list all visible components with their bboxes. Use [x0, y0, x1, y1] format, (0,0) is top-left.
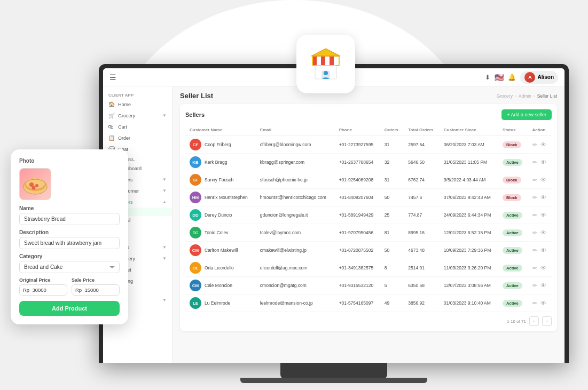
user-name: Alison — [537, 74, 554, 80]
flag-icon[interactable]: 🇺🇸 — [495, 73, 504, 82]
col-total: Total Orders — [404, 124, 440, 136]
cell-email: hmountst@henricottchicago.com — [256, 189, 335, 206]
original-price-input[interactable] — [19, 284, 67, 296]
edit-icon[interactable]: ✏ — [532, 282, 537, 289]
cell-status: Active — [498, 224, 528, 242]
main-area: Client App 🏠 Home 🛒 Grocery ▼ 🛍 Cart — [103, 86, 565, 363]
cell-phone: +01-9315532120 — [335, 277, 380, 295]
status-badge: Active — [503, 265, 522, 272]
table-row: DD Darey Duncio gduncion@longregale.it +… — [185, 206, 552, 224]
customer-name: Sunny Fousch — [205, 177, 233, 182]
customer-name: Tonio Colev — [205, 230, 228, 235]
edit-icon[interactable]: ✏ — [532, 194, 537, 201]
view-icon[interactable]: 👁 — [540, 212, 546, 219]
cell-orders: 31 — [380, 136, 404, 154]
view-icon[interactable]: 👁 — [540, 265, 546, 272]
status-badge: Active — [503, 300, 522, 307]
menu-icon[interactable]: ☰ — [109, 73, 116, 82]
view-icon[interactable]: 👁 — [540, 282, 546, 289]
original-price-group: Original Price — [19, 277, 67, 296]
name-label: Name — [19, 205, 120, 211]
col-email: Email — [256, 124, 335, 136]
add-product-button[interactable]: Add Product — [19, 301, 120, 316]
laptop-base — [240, 378, 427, 383]
add-seller-button[interactable]: + Add a new seller — [501, 109, 552, 120]
download-icon[interactable]: ⬇ — [485, 74, 490, 81]
cell-email: cfriberg@bloomingw.com — [256, 136, 335, 154]
cell-action: ✏ 👁 — [528, 224, 552, 242]
view-icon[interactable]: 👁 — [540, 141, 546, 148]
breadcrumb-seller-list: Seller List — [537, 93, 557, 99]
price-row: Original Price Sale Price — [19, 277, 120, 296]
cell-email: cmakewill@elwisting.jp — [256, 242, 335, 259]
customer-avatar: OL — [190, 262, 201, 274]
customer-name: Darey Duncio — [205, 212, 232, 218]
edit-icon[interactable]: ✏ — [532, 141, 537, 148]
sale-price-label: Sale Price — [72, 277, 120, 283]
cell-orders: 5 — [380, 277, 404, 295]
admin-ui: ☰ ⬇ 🇺🇸 🔔 A Alison Client App — [103, 68, 565, 363]
sidebar-item-order[interactable]: 📋 Order — [103, 132, 172, 144]
chevron-down-icon-6: ▼ — [162, 298, 167, 303]
view-icon[interactable]: 👁 — [540, 159, 546, 166]
sidebar-item-home[interactable]: 🏠 Home — [103, 99, 172, 110]
cell-name: SF Sunny Fousch — [185, 171, 256, 189]
edit-icon[interactable]: ✏ — [532, 159, 537, 166]
customer-avatar: CF — [190, 139, 201, 150]
cell-action: ✏ 👁 — [528, 259, 552, 277]
user-badge[interactable]: A Alison — [520, 71, 558, 84]
customer-avatar: HM — [190, 192, 201, 203]
edit-icon[interactable]: ✏ — [532, 300, 537, 307]
view-icon[interactable]: 👁 — [540, 247, 546, 254]
breadcrumb-sep1: › — [515, 93, 516, 99]
edit-icon[interactable]: ✏ — [532, 247, 537, 254]
cell-orders: 8 — [380, 259, 404, 277]
breadcrumb-admin: Admin — [519, 93, 531, 99]
sidebar-item-grocery[interactable]: 🛒 Grocery ▼ — [103, 110, 172, 121]
category-select[interactable]: Bread and Cake Pastry Cookies Cake — [19, 261, 120, 273]
edit-icon[interactable]: ✏ — [532, 229, 537, 236]
sidebar-home-label: Home — [118, 102, 131, 107]
edit-icon[interactable]: ✏ — [532, 212, 537, 219]
notification-icon[interactable]: 🔔 — [508, 74, 516, 81]
pagination: 1-10 of 71 ‹ › — [185, 316, 552, 326]
edit-icon[interactable]: ✏ — [532, 177, 537, 184]
view-icon[interactable]: 👁 — [540, 229, 546, 236]
status-badge: Active — [503, 229, 522, 236]
next-page-button[interactable]: › — [542, 316, 552, 326]
table-header-row: Customer Name Email Phone Orders Total O… — [185, 124, 552, 136]
cell-phone: +01-3491382575 — [335, 259, 380, 277]
customer-avatar: LE — [190, 297, 201, 309]
sidebar-item-cart[interactable]: 🛍 Cart — [103, 121, 172, 132]
product-photo-box — [19, 168, 51, 200]
page-header: Seller List Grocery › Admin › Seller Lis… — [180, 92, 557, 100]
cell-total: 8995.16 — [404, 224, 440, 242]
cell-action: ✏ 👁 — [528, 206, 552, 224]
status-badge: Active — [503, 282, 522, 289]
cell-name: OL Oda Licordello — [185, 259, 256, 277]
name-input[interactable] — [19, 213, 120, 225]
cell-name: KB Kerk Bragg — [185, 154, 256, 171]
edit-icon[interactable]: ✏ — [532, 265, 537, 272]
col-action: Action — [528, 124, 552, 136]
cell-email: kbragg@springer.com — [256, 154, 335, 171]
svg-point-14 — [32, 186, 35, 189]
status-badge: Block — [503, 177, 521, 184]
cell-orders: 31 — [380, 171, 404, 189]
cell-orders: 25 — [380, 206, 404, 224]
sale-price-input[interactable] — [72, 284, 120, 296]
client-app-label: Client App — [103, 91, 172, 99]
status-badge: Block — [503, 194, 521, 201]
svg-rect-3 — [330, 56, 334, 66]
description-input[interactable] — [19, 237, 120, 249]
view-icon[interactable]: 👁 — [540, 177, 546, 184]
view-icon[interactable]: 👁 — [540, 194, 546, 201]
col-since: Customer Since — [440, 124, 498, 136]
chevron-down-icon-2: ▼ — [162, 177, 167, 182]
svg-rect-1 — [312, 56, 317, 66]
section-header: Sellers + Add a new seller — [185, 109, 552, 120]
sidebar-cart-label: Cart — [118, 124, 127, 130]
prev-page-button[interactable]: ‹ — [529, 316, 539, 326]
view-icon[interactable]: 👁 — [540, 300, 546, 307]
svg-marker-8 — [311, 49, 340, 56]
